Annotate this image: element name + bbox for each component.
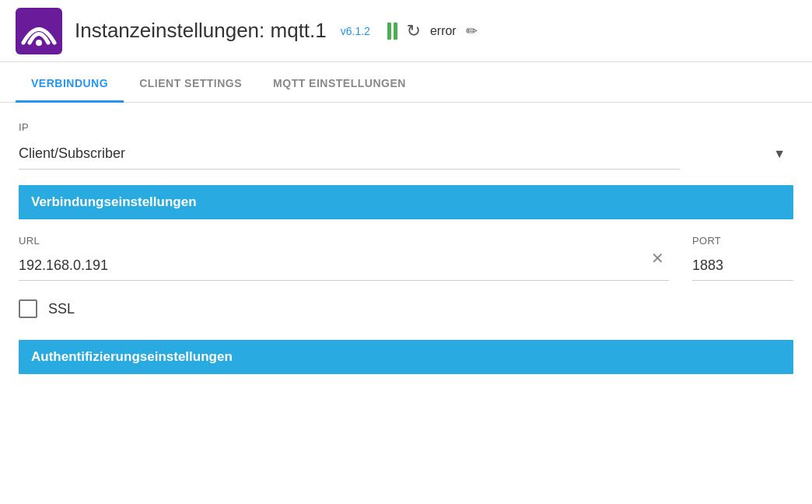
tab-bar: VERBINDUNG CLIENT SETTINGS MQTT EINSTELL… [0, 62, 812, 103]
ip-label: IP [19, 121, 793, 133]
app-logo [16, 8, 62, 54]
port-label: Port [692, 235, 793, 247]
auth-section-header: Authentifizierungseinstellungen [19, 340, 793, 374]
ip-select[interactable]: Client/Subscriber [19, 138, 680, 170]
tab-client-settings[interactable]: CLIENT SETTINGS [124, 66, 257, 103]
ssl-checkbox[interactable] [19, 299, 37, 318]
url-field-wrapper: URL ✕ [19, 235, 669, 281]
url-input[interactable] [19, 251, 669, 281]
connection-section-header: Verbindungseinstellungen [19, 185, 793, 219]
ip-select-wrapper: Client/Subscriber ▼ [19, 138, 793, 170]
clear-url-button[interactable]: ✕ [651, 249, 664, 268]
ssl-row: SSL [19, 296, 793, 321]
url-label: URL [19, 235, 669, 247]
port-input[interactable] [692, 251, 793, 281]
reload-button[interactable]: ↺ [407, 21, 421, 41]
ssl-label: SSL [48, 301, 75, 317]
tab-verbindung[interactable]: VERBINDUNG [16, 66, 124, 103]
ip-section: IP Client/Subscriber ▼ [19, 121, 793, 170]
page-title: Instanzeinstellungen: mqtt.1 [75, 19, 327, 43]
pause-bar-right [394, 23, 397, 40]
dropdown-arrow-icon: ▼ [773, 147, 786, 161]
port-field-wrapper: Port [692, 235, 793, 281]
pause-bar-left [387, 23, 391, 40]
svg-point-1 [36, 40, 42, 46]
url-port-row: URL ✕ Port [19, 235, 793, 281]
main-content: IP Client/Subscriber ▼ Verbindungseinste… [0, 103, 812, 504]
status-label: error [430, 24, 457, 38]
app-header: Instanzeinstellungen: mqtt.1 v6.1.2 ↺ er… [0, 0, 812, 62]
pause-button[interactable] [387, 23, 397, 40]
edit-button[interactable]: ✏ [466, 23, 478, 40]
header-controls: ↺ error ✏ [387, 21, 478, 41]
version-badge: v6.1.2 [341, 25, 370, 37]
tab-mqtt-einstellungen[interactable]: MQTT EINSTELLUNGEN [257, 66, 422, 103]
